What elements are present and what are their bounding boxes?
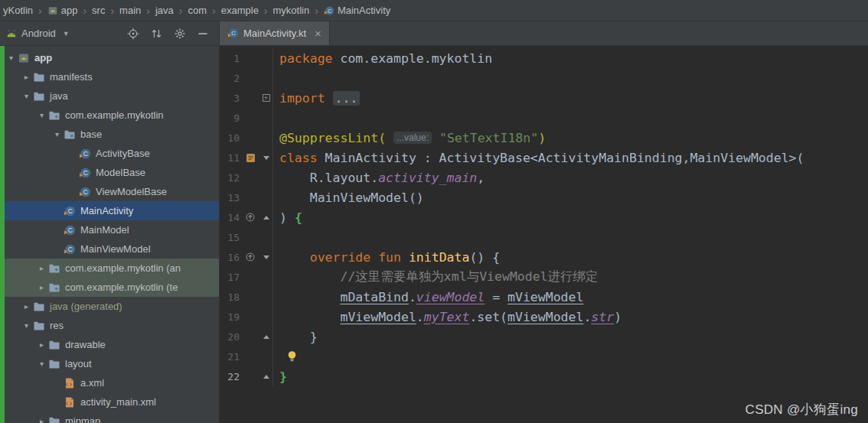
tree-chevron-down-icon[interactable]: ▾ bbox=[5, 54, 18, 62]
tree-item-com-example-mykotlin-an[interactable]: ▸com.example.mykotlin (an bbox=[0, 259, 219, 278]
breadcrumb-label: example bbox=[221, 5, 259, 16]
tree-item-mipmap[interactable]: ▸mipmap bbox=[0, 412, 219, 423]
tree-chevron-right-icon[interactable]: ▸ bbox=[20, 302, 33, 311]
line-number[interactable]: 15 bbox=[220, 232, 241, 243]
tree-item-com-example-mykotlin[interactable]: ▾com.example.mykotlin bbox=[0, 106, 219, 125]
tree-item-res[interactable]: ▾res bbox=[0, 316, 219, 335]
override-marker-icon[interactable] bbox=[246, 252, 255, 262]
breadcrumb-item-mainactivity[interactable]: CMainActivity bbox=[322, 5, 392, 16]
breadcrumb-item-app[interactable]: app bbox=[46, 5, 80, 16]
gutter-file-icon[interactable] bbox=[246, 153, 256, 163]
line-number[interactable]: 16 bbox=[220, 252, 241, 263]
tree-item-java[interactable]: ▾java bbox=[0, 86, 219, 106]
code-text[interactable]: import ... bbox=[273, 91, 360, 106]
code-text[interactable]: } bbox=[273, 369, 287, 384]
line-number[interactable]: 19 bbox=[220, 311, 241, 323]
fold-down-icon[interactable] bbox=[263, 255, 269, 259]
tree-item-mainviewmodel[interactable]: CMainViewModel bbox=[0, 239, 219, 259]
breadcrumb-item-java[interactable]: java bbox=[154, 5, 175, 16]
line-number[interactable]: 9 bbox=[220, 112, 241, 124]
tree-chevron-down-icon[interactable]: ▾ bbox=[51, 130, 64, 138]
tree-chevron-down-icon[interactable]: ▾ bbox=[20, 92, 33, 100]
override-marker-icon[interactable] bbox=[246, 213, 255, 222]
line-number[interactable]: 14 bbox=[220, 212, 241, 223]
code-text[interactable]: @SuppressLint( ...value: "SetTextI18n") bbox=[273, 131, 546, 145]
tree-item-app[interactable]: ▾app bbox=[0, 48, 219, 67]
tree-chevron-right-icon[interactable]: ▸ bbox=[35, 340, 48, 349]
tree-item-java-generated[interactable]: ▸java (generated) bbox=[0, 297, 219, 316]
tree-chevron-down-icon[interactable]: ▾ bbox=[35, 360, 48, 368]
line-number[interactable]: 1 bbox=[220, 53, 241, 64]
package-icon bbox=[48, 281, 60, 294]
updown-arrows-icon[interactable] bbox=[151, 28, 162, 40]
fold-plus-icon[interactable]: + bbox=[263, 94, 270, 102]
tree-item-mainmodel[interactable]: CMainModel bbox=[0, 220, 219, 239]
code-text[interactable]: } bbox=[273, 330, 318, 344]
tree-chevron-down-icon[interactable]: ▾ bbox=[35, 111, 48, 119]
tree-chevron-right-icon[interactable]: ▸ bbox=[35, 283, 48, 291]
breadcrumb-item-example[interactable]: example bbox=[220, 5, 260, 16]
code-text[interactable]: override fun initData() { bbox=[273, 250, 500, 265]
fold-up-icon[interactable] bbox=[263, 335, 269, 339]
code-text[interactable]: R.layout.activity_main, bbox=[273, 171, 485, 185]
tree-item-base[interactable]: ▾base bbox=[0, 125, 219, 144]
line-number[interactable]: 11 bbox=[220, 152, 241, 164]
code-token: mViewModel bbox=[507, 290, 583, 304]
breadcrumb-item-src[interactable]: src bbox=[90, 5, 106, 16]
code-text[interactable] bbox=[273, 350, 297, 363]
fold-slot bbox=[259, 327, 273, 347]
target-icon[interactable] bbox=[127, 28, 139, 40]
tree-item-manifests[interactable]: ▸manifests bbox=[0, 67, 219, 86]
tree-item-modelbase[interactable]: CModelBase bbox=[0, 163, 219, 182]
tree-chevron-down-icon[interactable]: ▾ bbox=[20, 321, 33, 330]
line-number[interactable]: 2 bbox=[220, 73, 241, 84]
fold-down-icon[interactable] bbox=[263, 156, 269, 160]
code-token: } bbox=[279, 330, 318, 344]
line-number[interactable]: 13 bbox=[220, 192, 241, 203]
code-token: package bbox=[279, 51, 333, 66]
breadcrumb-item-com[interactable]: com bbox=[186, 5, 208, 16]
code-text[interactable]: class MainActivity : ActivityBase<Activi… bbox=[273, 151, 804, 165]
kotlin-class-icon: C bbox=[79, 186, 91, 198]
breadcrumb-bar: yKotlin›app›src›main›java›com›example›my… bbox=[0, 0, 868, 21]
tree-item-a-xml[interactable]: a.xml bbox=[0, 373, 219, 392]
tree-chevron-right-icon[interactable]: ▸ bbox=[35, 264, 48, 272]
line-number[interactable]: 18 bbox=[220, 291, 241, 303]
line-number[interactable]: 12 bbox=[220, 172, 241, 184]
code-text[interactable]: package com.example.mykotlin bbox=[273, 51, 492, 66]
line-number[interactable]: 21 bbox=[220, 351, 241, 363]
tree-chevron-right-icon[interactable]: ▸ bbox=[20, 73, 33, 81]
tree-item-mainactivity[interactable]: CMainActivity bbox=[0, 201, 219, 220]
code-text[interactable]: mDataBind.viewModel = mViewModel bbox=[273, 290, 583, 304]
code-text[interactable]: ) { bbox=[273, 210, 302, 225]
fold-slot bbox=[259, 148, 273, 168]
tab-close-icon[interactable]: × bbox=[315, 28, 321, 39]
code-text[interactable]: MainViewModel() bbox=[273, 190, 424, 205]
tree-item-activitybase[interactable]: CActivityBase bbox=[0, 144, 219, 163]
tree-item-viewmodelbase[interactable]: CViewModelBase bbox=[0, 182, 219, 201]
fold-up-icon[interactable] bbox=[263, 216, 269, 220]
tree-chevron-right-icon[interactable]: ▸ bbox=[35, 417, 48, 423]
line-number[interactable]: 20 bbox=[220, 331, 241, 343]
code-token bbox=[401, 250, 409, 265]
gear-icon[interactable] bbox=[174, 28, 186, 40]
breadcrumb-item-ykotlin[interactable]: yKotlin bbox=[2, 5, 34, 16]
device-selector[interactable]: Android ▼ bbox=[6, 28, 70, 39]
minimize-icon[interactable] bbox=[197, 28, 208, 40]
code-text[interactable]: //这里需要单独为xml与ViewModel进行绑定 bbox=[273, 268, 599, 285]
code-text[interactable]: mViewModel.myText.set(mViewModel.str) bbox=[273, 310, 622, 324]
line-number[interactable]: 10 bbox=[220, 132, 241, 144]
fold-up-icon[interactable] bbox=[263, 375, 269, 379]
line-number[interactable]: 17 bbox=[220, 272, 241, 283]
tree-item-com-example-mykotlin-te[interactable]: ▸com.example.mykotlin (te bbox=[0, 278, 219, 297]
tree-item-layout[interactable]: ▾layout bbox=[0, 354, 219, 373]
editor-line: 19 mViewModel.myText.set(mViewModel.str) bbox=[220, 307, 868, 327]
breadcrumb-item-main[interactable]: main bbox=[118, 5, 142, 16]
tree-item-drawable[interactable]: ▸drawable bbox=[0, 335, 219, 354]
line-number[interactable]: 22 bbox=[220, 371, 241, 382]
tab-mainactivity-kt[interactable]: C MainActivity.kt × bbox=[220, 21, 330, 45]
tree-item-activity-main-xml[interactable]: activity_main.xml bbox=[0, 392, 219, 412]
breadcrumb-item-mykotlin[interactable]: mykotlin bbox=[272, 5, 312, 16]
line-number[interactable]: 3 bbox=[220, 93, 241, 104]
code-editor[interactable]: 1package com.example.mykotlin23+import .… bbox=[220, 46, 868, 423]
